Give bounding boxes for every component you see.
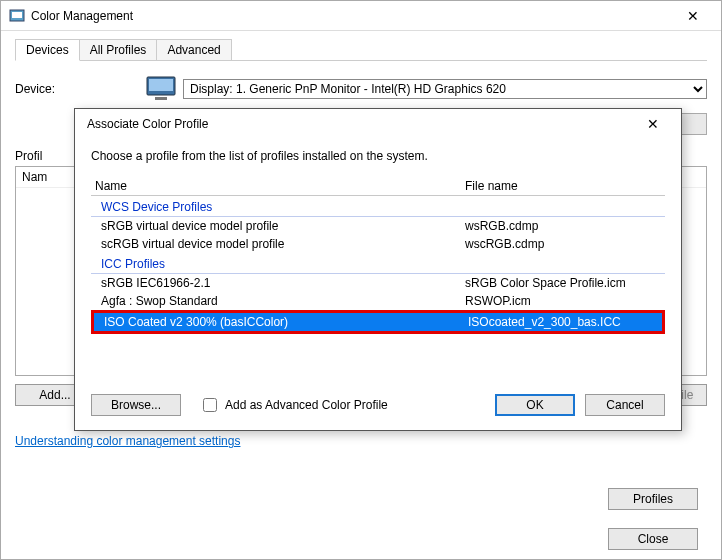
add-as-advanced-checkbox[interactable]: Add as Advanced Color Profile: [199, 395, 388, 415]
svg-rect-4: [155, 97, 167, 100]
profiles-button[interactable]: Profiles: [608, 488, 698, 510]
tabs: Devices All Profiles Advanced: [15, 39, 707, 61]
group-wcs: WCS Device Profiles: [91, 196, 665, 217]
col-filename[interactable]: File name: [465, 179, 661, 193]
ok-button[interactable]: OK: [495, 394, 575, 416]
main-titlebar: Color Management ✕: [1, 1, 721, 31]
tab-devices[interactable]: Devices: [15, 39, 80, 61]
tab-advanced[interactable]: Advanced: [156, 39, 231, 60]
item-name: Agfa : Swop Standard: [101, 294, 465, 308]
svg-rect-1: [12, 12, 22, 18]
item-name: scRGB virtual device model profile: [101, 237, 465, 251]
monitor-icon: [145, 75, 177, 103]
svg-rect-3: [149, 79, 173, 91]
item-file: RSWOP.icm: [465, 294, 661, 308]
list-item[interactable]: scRGB virtual device model profile wscRG…: [91, 235, 665, 253]
item-file: wscRGB.cdmp: [465, 237, 661, 251]
item-file: ISOcoated_v2_300_bas.ICC: [468, 315, 658, 329]
device-select[interactable]: Display: 1. Generic PnP Monitor - Intel(…: [183, 79, 707, 99]
group-icc: ICC Profiles: [91, 253, 665, 274]
item-name: sRGB IEC61966-2.1: [101, 276, 465, 290]
dialog-close-button[interactable]: ✕: [633, 110, 673, 138]
dialog-titlebar: Associate Color Profile ✕: [75, 109, 681, 139]
cancel-button[interactable]: Cancel: [585, 394, 665, 416]
dialog-body: Choose a profile from the list of profil…: [75, 139, 681, 430]
dialog-instruction: Choose a profile from the list of profil…: [91, 149, 665, 163]
tab-all-profiles[interactable]: All Profiles: [79, 39, 158, 60]
col-name[interactable]: Name: [95, 179, 465, 193]
browse-button[interactable]: Browse...: [91, 394, 181, 416]
item-name: ISO Coated v2 300% (basICColor): [104, 315, 468, 329]
window-icon: [9, 8, 25, 24]
close-button[interactable]: Close: [608, 528, 698, 550]
dialog-buttons: Browse... Add as Advanced Color Profile …: [91, 394, 665, 416]
highlight-annotation: ISO Coated v2 300% (basICColor) ISOcoate…: [91, 310, 665, 334]
main-close-button[interactable]: ✕: [673, 2, 713, 30]
device-label: Device:: [15, 82, 145, 96]
associate-profile-dialog: Associate Color Profile ✕ Choose a profi…: [74, 108, 682, 431]
device-row: Device: Display: 1. Generic PnP Monitor …: [15, 75, 707, 103]
main-title: Color Management: [31, 9, 673, 23]
item-name: sRGB virtual device model profile: [101, 219, 465, 233]
add-as-advanced-input[interactable]: [203, 398, 217, 412]
list-item-selected[interactable]: ISO Coated v2 300% (basICColor) ISOcoate…: [94, 313, 662, 331]
add-as-advanced-label: Add as Advanced Color Profile: [225, 398, 388, 412]
list-item[interactable]: sRGB virtual device model profile wsRGB.…: [91, 217, 665, 235]
list-item[interactable]: Agfa : Swop Standard RSWOP.icm: [91, 292, 665, 310]
understanding-link[interactable]: Understanding color management settings: [15, 434, 240, 448]
profile-list[interactable]: WCS Device Profiles sRGB virtual device …: [91, 195, 665, 334]
item-file: sRGB Color Space Profile.icm: [465, 276, 661, 290]
list-header: Name File name: [91, 177, 665, 195]
dialog-title: Associate Color Profile: [83, 117, 633, 131]
list-item[interactable]: sRGB IEC61966-2.1 sRGB Color Space Profi…: [91, 274, 665, 292]
item-file: wsRGB.cdmp: [465, 219, 661, 233]
